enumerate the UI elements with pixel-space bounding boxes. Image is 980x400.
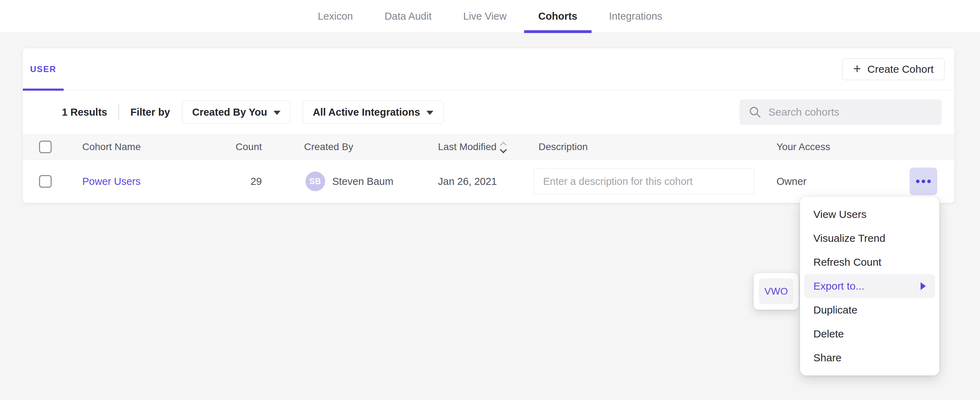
last-modified-date: Jan 26, 2021 [438, 160, 497, 203]
menu-item-refresh-count[interactable]: Refresh Count [804, 250, 935, 274]
nav-tab-cohorts[interactable]: Cohorts [536, 0, 579, 33]
menu-item-delete[interactable]: Delete [804, 322, 935, 346]
search-cohorts-input[interactable] [768, 106, 932, 118]
last-modified-label: Last Modified [438, 141, 497, 153]
menu-item-export-to[interactable]: Export to... [804, 274, 935, 298]
avatar: SB [305, 172, 325, 191]
chevron-down-icon [426, 111, 433, 115]
create-cohort-label: Create Cohort [867, 63, 934, 75]
create-cohort-button[interactable]: + Create Cohort [842, 58, 945, 80]
row-checkbox[interactable] [39, 175, 52, 188]
select-all-checkbox[interactable] [39, 140, 52, 153]
integrations-filter-value: All Active Integrations [313, 107, 420, 118]
search-cohorts-box [740, 99, 942, 125]
menu-item-view-users[interactable]: View Users [804, 202, 935, 226]
filter-row: 1 Results Filter by Created By You All A… [23, 90, 955, 134]
table-row: Power Users 29 SB Steven Baum Jan 26, 20… [23, 160, 955, 203]
created-by-name: Steven Baum [332, 160, 393, 203]
column-header-count: Count [185, 134, 262, 160]
cohorts-panel: USER + Create Cohort 1 Results Filter by… [22, 48, 955, 203]
more-options-icon [916, 180, 920, 183]
chevron-down-icon [274, 111, 280, 115]
nav-tab-lexicon[interactable]: Lexicon [316, 0, 355, 33]
column-header-created-by: Created By [304, 134, 353, 160]
export-submenu: VWO [754, 273, 799, 310]
nav-tab-live-view[interactable]: Live View [461, 0, 509, 33]
plus-icon: + [853, 62, 861, 75]
menu-item-share[interactable]: Share [804, 346, 935, 370]
nav-tab-integrations[interactable]: Integrations [607, 0, 665, 33]
tab-user[interactable]: USER [23, 48, 64, 90]
submenu-item-vwo[interactable]: VWO [759, 278, 793, 304]
column-header-description: Description [539, 134, 588, 160]
submenu-arrow-icon [921, 282, 926, 290]
results-count: 1 Results [62, 107, 107, 118]
menu-item-duplicate[interactable]: Duplicate [804, 298, 935, 322]
description-input[interactable] [534, 168, 754, 194]
table-header: Cohort Name Count Created By Last Modifi… [23, 134, 955, 160]
column-header-your-access: Your Access [776, 134, 830, 160]
access-value: Owner [776, 160, 807, 203]
tab-user-label: USER [30, 64, 57, 74]
sort-icon[interactable] [501, 143, 506, 152]
row-actions-menu: View Users Visualize Trend Refresh Count… [800, 197, 939, 375]
column-header-cohort-name: Cohort Name [82, 134, 141, 160]
cohort-count: 29 [185, 160, 262, 203]
filter-by-label: Filter by [130, 107, 170, 118]
more-options-button[interactable] [910, 168, 937, 195]
panel-tabs-row: USER + Create Cohort [23, 48, 955, 90]
created-by-filter-value: Created By You [192, 107, 267, 118]
search-icon [749, 106, 761, 118]
nav-tab-data-audit[interactable]: Data Audit [382, 0, 434, 33]
created-by-filter-dropdown[interactable]: Created By You [182, 100, 291, 124]
export-to-label: Export to... [813, 280, 864, 292]
top-nav: Lexicon Data Audit Live View Cohorts Int… [0, 0, 980, 33]
cohort-name-link[interactable]: Power Users [82, 176, 141, 187]
menu-item-visualize-trend[interactable]: Visualize Trend [804, 226, 935, 250]
column-header-last-modified[interactable]: Last Modified [438, 134, 506, 160]
integrations-filter-dropdown[interactable]: All Active Integrations [303, 100, 444, 124]
vertical-divider [118, 104, 119, 120]
